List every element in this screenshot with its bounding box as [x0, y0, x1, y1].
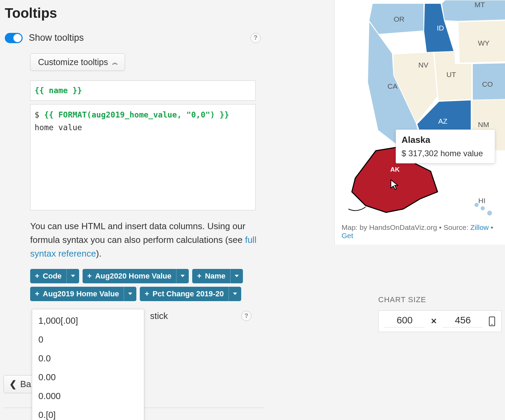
svg-point-1	[481, 206, 485, 210]
tooltip-title-template-input[interactable]: {{ name }}	[30, 81, 256, 101]
state-label-or: OR	[394, 15, 405, 23]
toggle-knob	[13, 34, 22, 42]
sticky-label-fragment: stick	[150, 311, 168, 321]
plus-icon: +	[145, 289, 149, 298]
chart-size-label: CHART SIZE	[378, 295, 505, 304]
state-label-mt: MT	[475, 1, 485, 9]
state-label-nm: NM	[478, 121, 489, 129]
format-dropdown-menu: 1,000[.00] 0 0.0 0.00 0.000 0.[0]	[32, 309, 144, 420]
state-label-ut: UT	[446, 71, 456, 79]
show-tooltips-toggle[interactable]	[5, 33, 23, 43]
pill-code[interactable]: +Code	[30, 269, 79, 283]
dimension-separator-icon: ✕	[431, 317, 437, 326]
pill-caret[interactable]	[229, 287, 241, 301]
show-tooltips-label: Show tooltips	[29, 33, 84, 43]
chart-size-block: CHART SIZE ✕	[378, 295, 505, 332]
chart-size-inputs: ✕	[378, 310, 502, 332]
template-code: {{ name }}	[35, 86, 82, 95]
plus-icon: +	[35, 272, 39, 281]
state-label-ca: CA	[387, 82, 397, 90]
chevron-down-icon	[235, 275, 239, 277]
pill-aug2020-home-value[interactable]: +Aug2020 Home Value	[83, 269, 189, 283]
map-caption: Map: by HandsOnDataViz.org • Source: Zil…	[342, 223, 505, 240]
state-label-nv: NV	[418, 61, 428, 69]
column-pill-area: +Code +Aug2020 Home Value +Name +Aug2019…	[30, 269, 263, 301]
map-tooltip-title: Alaska	[402, 135, 489, 145]
chart-height-input[interactable]	[443, 315, 483, 328]
map-tooltip-value: $ 317,302 home value	[402, 149, 489, 158]
pill-label: Pct Change 2019-20	[152, 289, 224, 298]
mobile-preview-icon[interactable]	[489, 317, 495, 326]
template-body-line2: home value	[35, 121, 251, 134]
format-option[interactable]: 0.[0]	[32, 406, 144, 420]
map-source-link[interactable]: Zillow	[470, 223, 489, 231]
state-label-wy: WY	[478, 39, 490, 47]
pill-label: Aug2019 Home Value	[43, 289, 119, 298]
helptext: You can use HTML and insert data columns…	[30, 219, 260, 261]
format-option[interactable]: 0	[32, 330, 144, 349]
state-label-az: AZ	[438, 117, 447, 125]
map-preview-frame: MT OR ID WY NV UT CA CO AZ NM AK HI Alas…	[334, 0, 505, 245]
pill-label: Aug2020 Home Value	[95, 272, 172, 281]
format-option[interactable]: 0.000	[32, 387, 144, 406]
chevron-down-icon	[128, 293, 132, 295]
tooltip-body-template-input[interactable]: $ {{ FORMAT(aug2019_home_value, "0,0") }…	[30, 104, 256, 210]
svg-point-2	[487, 211, 492, 215]
plus-icon: +	[197, 272, 201, 281]
chevron-left-icon: ❮	[9, 379, 17, 390]
pill-caret[interactable]	[66, 269, 79, 283]
help-icon[interactable]: ?	[250, 33, 261, 43]
chevron-down-icon	[233, 293, 237, 295]
pill-pct-change[interactable]: +Pct Change 2019-20	[140, 287, 241, 301]
map-tooltip: Alaska $ 317,302 home value	[396, 129, 495, 163]
customize-tooltips-label: Customize tooltips	[38, 57, 108, 67]
pill-aug2019-home-value[interactable]: +Aug2019 Home Value	[30, 287, 136, 301]
section-title: Tooltips	[5, 5, 264, 21]
pill-label: Code	[43, 272, 62, 281]
plus-icon: +	[87, 272, 92, 281]
chevron-down-icon	[181, 275, 185, 277]
help-icon[interactable]: ?	[241, 311, 251, 321]
back-button-label-fragment: Ba	[20, 379, 31, 390]
pill-caret[interactable]	[230, 269, 243, 283]
pill-label: Name	[205, 272, 225, 281]
chevron-down-icon	[71, 275, 75, 277]
cursor-icon	[390, 179, 398, 190]
state-label-ak: AK	[390, 166, 399, 173]
format-option[interactable]: 1,000[.00]	[32, 311, 144, 330]
plus-icon: +	[35, 289, 39, 298]
pill-caret[interactable]	[124, 287, 136, 301]
format-option[interactable]: 0.00	[32, 368, 144, 387]
map-svg[interactable]: MT OR ID WY NV UT CA CO AZ NM AK HI	[335, 0, 505, 245]
pill-caret[interactable]	[176, 269, 189, 283]
state-label-hi: HI	[478, 197, 485, 205]
map-get-data-link[interactable]: Get	[342, 232, 353, 239]
chart-width-input[interactable]	[385, 315, 424, 328]
state-label-id: ID	[437, 24, 444, 32]
pill-name[interactable]: +Name	[192, 269, 243, 283]
chevron-up-double-icon: ︽	[112, 58, 117, 66]
template-body-line1: $ {{ FORMAT(aug2019_home_value, "0,0") }…	[35, 109, 251, 121]
customize-tooltips-button[interactable]: Customize tooltips ︽	[30, 53, 125, 71]
state-label-co: CO	[482, 80, 493, 88]
format-option[interactable]: 0.0	[32, 349, 144, 368]
show-tooltips-row: Show tooltips ?	[5, 33, 264, 43]
